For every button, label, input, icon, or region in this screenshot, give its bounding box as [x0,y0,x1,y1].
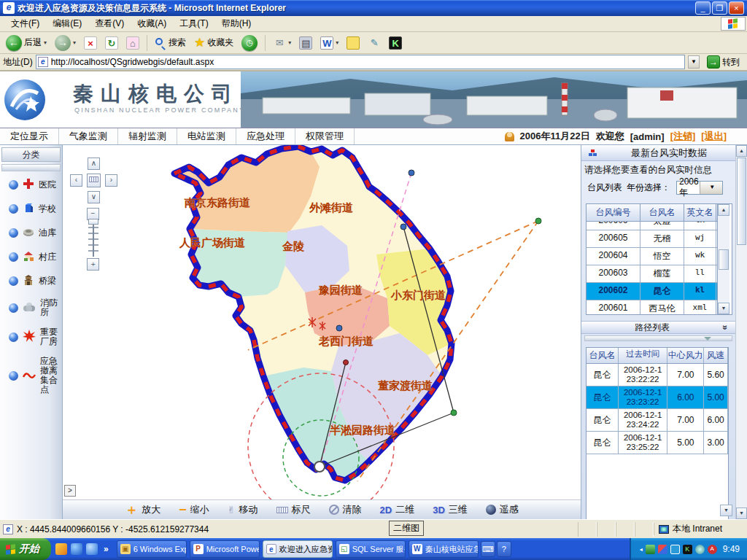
toggle-sphere-icon[interactable] [9,276,18,286]
home-button[interactable]: ⌂ [123,36,142,50]
map-remote-sensing-button[interactable]: 遥感 [481,503,523,516]
stop-button[interactable]: × [81,36,100,50]
panel-scroll-down-icon[interactable]: ▼ [720,505,732,516]
scroll-thumb[interactable] [719,249,729,270]
toggle-sphere-icon[interactable] [9,204,18,214]
panel-splitter[interactable] [584,335,732,341]
sidebar-item-school[interactable]: 学校 [0,197,62,221]
toggle-sphere-icon[interactable] [9,303,18,313]
zoom-in-step-button[interactable]: ＋ [87,258,99,271]
help-indicator-button[interactable]: ? [497,541,511,557]
path-row[interactable]: 昆仑2006-12-1 23:22:22 7.005.60 [587,364,728,386]
sidebar-header[interactable]: 分类 [1,147,61,162]
map-2d-button[interactable]: 2D二维 [376,503,419,516]
sidebar-item-fire-station[interactable]: 消防所 [0,293,62,322]
sidebar-item-assembly-point[interactable]: 应急撤离集合点 [0,351,62,400]
scroll-down-icon[interactable]: ▼ [718,303,729,314]
zoom-slider-handle[interactable] [88,219,98,225]
map-ruler-button[interactable]: 标尺 [272,503,315,516]
toggle-sphere-icon[interactable] [9,332,18,342]
messenger-button[interactable]: K [386,36,405,50]
sidebar-item-oil-depot[interactable]: 油库 [0,221,62,245]
sidebar-item-bridge[interactable]: 桥梁 [0,269,62,293]
menu-tools[interactable]: 工具(T) [173,16,214,31]
point-marker-red[interactable] [344,360,349,365]
sidebar-item-hospital[interactable]: 医院 [0,173,62,197]
toggle-sphere-icon[interactable] [9,371,18,381]
tab-weather-monitor[interactable]: 气象监测 [59,128,118,144]
toggle-sphere-icon[interactable] [9,228,18,238]
path-list-header[interactable]: 路径列表 » [581,321,735,334]
map-zoom-out-button[interactable]: −缩小 [174,503,214,516]
typhoon-row[interactable]: 200601西马伦xml [587,300,717,314]
path-row[interactable]: 昆仑2006-12-1 23:25:22 5.003.00 [587,432,728,454]
tray-icon-red-blue[interactable] [658,545,667,554]
zoom-slider-rail[interactable] [83,225,104,257]
window-titlebar[interactable]: e 欢迎进入应急资源及决策信息显示系统 - Microsoft Internet… [0,0,747,16]
path-row[interactable]: 昆仑2006-12-1 23:24:22 7.006.00 [587,409,728,432]
typhoon-panel-header[interactable]: 最新台风实时数据 [581,145,735,161]
task-button-powerpoint[interactable]: P Microsoft PowerP... [190,540,260,558]
back-button[interactable]: ← 后退▾ [3,34,50,52]
tray-icon-blue[interactable] [670,545,680,554]
keyboard-indicator-button[interactable]: ⌨ [481,541,495,557]
sidebar-item-village[interactable]: 村庄 [0,245,62,269]
point-marker-blue[interactable] [409,170,414,176]
tab-permission-mgmt[interactable]: 权限管理 [295,128,355,144]
address-input[interactable]: e http://localhost/QSgridwebgis/default.… [36,55,685,69]
toggle-sphere-icon[interactable] [9,180,18,190]
tray-icon-teal[interactable] [695,545,705,554]
map-clear-button[interactable]: 清除 [325,503,366,516]
point-marker-blue[interactable] [336,325,342,331]
year-select-dropdown-icon[interactable]: ▼ [700,182,723,194]
go-button[interactable]: → 转到 [703,54,744,70]
tab-station-monitor[interactable]: 电站监测 [177,128,236,144]
map-3d-button[interactable]: 3D三维 [428,503,472,516]
sidebar-expand-button[interactable]: > [64,485,76,497]
tab-radiation-monitor[interactable]: 辐射监测 [118,128,177,144]
collapse-chevron-icon[interactable]: » [721,325,731,330]
point-marker-green[interactable] [451,410,457,416]
page-scroll-down-icon[interactable]: ▼ [736,508,747,519]
menu-view[interactable]: 查看(V) [88,16,131,31]
task-button-sqlserver[interactable]: ◱ SQL Server 服务... [336,540,406,558]
mail-button[interactable]: ✉▾ [270,36,294,50]
typhoon-row[interactable]: 200603榴莲ll [587,265,717,283]
task-button-explorer[interactable]: ▣ 6 Windows Expl...▾ [117,540,187,558]
quick-launch-more[interactable]: » [101,544,111,554]
typhoon-center-marker[interactable] [314,462,325,472]
exit-link[interactable]: [退出] [701,130,727,143]
logout-link[interactable]: [注销] [670,130,696,143]
typhoon-row-selected[interactable]: 200602昆仑kl [587,283,717,300]
typhoon-row[interactable]: 200606太虚tx [587,222,717,230]
refresh-button[interactable]: ↻ [102,36,121,50]
typhoon-row[interactable]: 200605无稽wj [587,230,717,248]
point-marker-green[interactable] [535,218,541,224]
tray-icon-red[interactable]: A [708,545,717,554]
page-scrollbar[interactable]: ▲ ▼ [735,145,747,519]
point-marker-blue[interactable] [400,224,406,230]
quick-launch-icon-2[interactable] [71,543,82,555]
pan-right-button[interactable]: › [105,174,117,187]
quick-launch-icon-3[interactable] [86,543,98,555]
map-pan-button[interactable]: ✌移动 [223,503,263,516]
menu-edit[interactable]: 编辑(E) [46,16,88,31]
path-row-selected[interactable]: 昆仑2006-12-1 23:23:22 6.005.00 [587,386,728,409]
sidebar-item-key-plant[interactable]: 重要厂房 [0,322,62,351]
menu-help[interactable]: 帮助(H) [215,16,258,31]
pan-up-button[interactable]: ∧ [88,158,100,170]
pen-tool-button[interactable]: ✎ [365,36,384,50]
forward-button[interactable]: →▾ [52,34,79,52]
history-button[interactable]: ◷ [239,34,260,52]
pan-down-button[interactable]: ∨ [88,191,100,203]
address-dropdown[interactable]: ▼ [688,55,700,69]
tab-location-display[interactable]: 定位显示 [0,128,59,144]
pan-center-button[interactable] [87,174,101,187]
task-button-ie-active[interactable]: e 欢迎进入应急资... [263,540,333,558]
minimize-button[interactable]: _ [695,1,711,15]
menu-file[interactable]: 文件(F) [4,16,46,31]
restore-button[interactable]: ❐ [712,1,727,15]
tab-emergency-handling[interactable]: 应急处理 [236,128,295,144]
search-button[interactable]: 搜索 [152,36,189,50]
tray-collapse-icon[interactable]: ◂ [640,546,643,553]
